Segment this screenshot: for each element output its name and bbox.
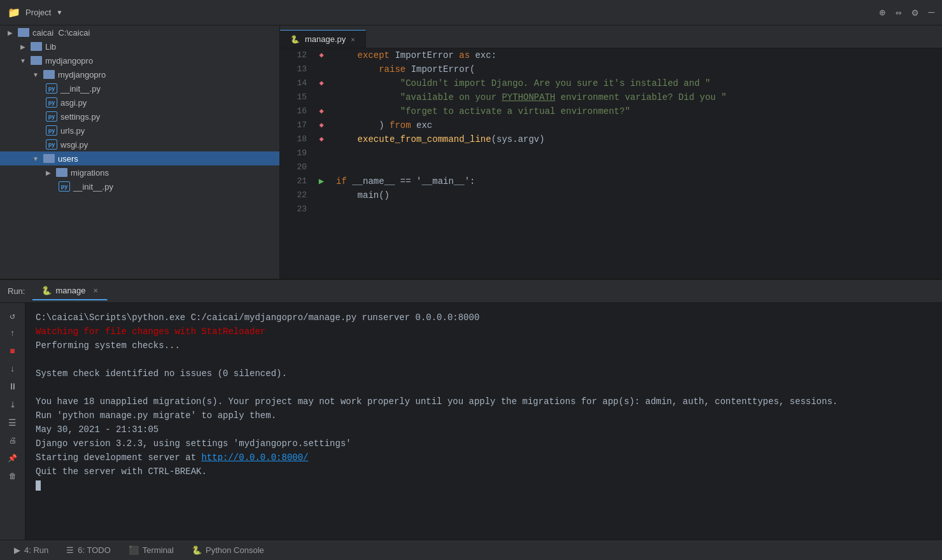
tab-manage-py[interactable]: 🐍 manage.py × [280, 30, 366, 48]
layout-button[interactable]: ☰ [5, 415, 20, 430]
term-line-1: C:\caicai\Scripts\python.exe C:/caicai/m… [36, 311, 932, 325]
tab-close-manage[interactable]: × [351, 36, 355, 43]
sidebar-item-asgi-py[interactable]: py asgi.py [0, 95, 279, 109]
editor-tabs: 🐍 manage.py × [280, 25, 942, 48]
scroll-up-button[interactable]: ↑ [5, 326, 20, 341]
dev-server-link[interactable]: http://0.0.0.0:8000/ [201, 452, 308, 463]
tab-manage-run[interactable]: 🐍 manage × [32, 282, 108, 300]
sidebar-item-caicai[interactable]: ▶ caicai C:\caicai [0, 25, 279, 39]
delete-button[interactable]: 🗑 [5, 468, 20, 484]
project-dropdown-icon[interactable]: ▼ [56, 9, 62, 16]
arrow-users: ▼ [31, 153, 41, 164]
gutter-bp-18: ◆ [312, 132, 331, 146]
terminal-tab-label: Terminal [143, 545, 174, 555]
sidebar-item-users[interactable]: ▼ users [0, 151, 279, 165]
sidebar: ▶ caicai C:\caicai ▶ Lib ▼ mydjangopro ▼ [0, 25, 280, 279]
tab-icon-manage: 🐍 [290, 35, 300, 44]
title-bar-icons: ⊕ ⇔ ⚙ — [879, 6, 934, 19]
line-numbers: 12 13 14 15 16 17 18 19 20 21 22 23 [280, 48, 312, 279]
run-label: Run: [5, 283, 27, 300]
terminal-content: C:\caicai\Scripts\python.exe C:/caicai/m… [25, 303, 942, 540]
folder-icon-migrations [56, 168, 67, 177]
gutter-13 [312, 62, 331, 76]
sidebar-item-migrations[interactable]: ▶ migrations [0, 165, 279, 179]
print-button[interactable]: 🖨 [5, 433, 20, 448]
term-line-5: You have 18 unapplied migration(s). Your… [36, 395, 932, 409]
sidebar-item-init-py[interactable]: py __init__.py [0, 81, 279, 95]
folder-icon-caicai [18, 28, 29, 37]
footer-tab-python-console[interactable]: 🐍 Python Console [183, 543, 273, 557]
code-line-19 [336, 146, 942, 160]
pin-button[interactable]: 📌 [5, 451, 20, 466]
code-line-13: raise ImportError( [336, 62, 942, 76]
pause-button[interactable]: ⏸ [5, 379, 20, 395]
sidebar-item-users-init[interactable]: py __init__.py [0, 179, 279, 193]
run-sidebar: ↺ ↑ ■ ↓ ⏸ ⤓ ☰ 🖨 📌 🗑 [0, 303, 25, 540]
arrow-lib: ▶ [18, 41, 28, 52]
bottom-panel: Run: 🐍 manage × ↺ ↑ ■ ↓ ⏸ ⤓ ☰ 🖨 📌 🗑 C:\c… [0, 279, 942, 540]
term-line-3: Performing system checks... [36, 339, 932, 353]
run-tab-icon: ▶ [14, 545, 20, 555]
code-line-21: if __name__ == '__main__': [336, 174, 942, 188]
terminal-tab-icon: ⬛ [129, 545, 139, 555]
scroll-down-button[interactable]: ↓ [5, 361, 20, 377]
folder-icon-mydjangopro-inner [43, 70, 55, 79]
manage-tab-icon: 🐍 [41, 286, 52, 295]
stop-button[interactable]: ■ [5, 344, 20, 359]
split-icon[interactable]: ⇔ [896, 6, 902, 19]
bottom-tabs: Run: 🐍 manage × [0, 280, 942, 303]
term-line-empty2 [36, 381, 932, 395]
sidebar-label-urls: urls.py [60, 126, 274, 136]
tab-label-manage: manage.py [305, 34, 346, 44]
settings-icon[interactable]: ⚙ [912, 6, 918, 19]
folder-icon-users [43, 154, 55, 163]
sidebar-item-settings-py[interactable]: py settings.py [0, 109, 279, 123]
globe-icon[interactable]: ⊕ [879, 6, 885, 19]
py-icon-init: py [46, 83, 57, 94]
py-icon-asgi: py [46, 97, 57, 108]
todo-tab-label: 6: TODO [78, 545, 111, 555]
manage-tab-label: manage [55, 286, 85, 295]
manage-tab-close[interactable]: × [93, 286, 98, 295]
sidebar-item-mydjangopro-root[interactable]: ▼ mydjangopro [0, 53, 279, 67]
scroll-end-button[interactable]: ⤓ [5, 397, 20, 412]
gutter-23 [312, 202, 331, 216]
sidebar-item-lib[interactable]: ▶ Lib [0, 39, 279, 53]
code-line-17: ) from exc [336, 118, 942, 132]
term-line-10: Quit the server with CTRL-BREAK. [36, 465, 932, 479]
gutter-bp-17: ◆ [312, 118, 331, 132]
py-icon-urls: py [46, 125, 57, 136]
sidebar-item-mydjangopro-inner[interactable]: ▼ mydjangopro [0, 67, 279, 81]
sidebar-label-wsgi: wsgi.py [60, 140, 274, 150]
folder-icon-mydjangopro-root [31, 56, 42, 65]
gutter-22 [312, 188, 331, 202]
terminal-cursor [36, 480, 41, 491]
project-label[interactable]: Project [25, 8, 51, 17]
footer-tabs: ▶ 4: Run ☰ 6: TODO ⬛ Terminal 🐍 Python C… [0, 540, 942, 560]
gutter-15 [312, 90, 331, 104]
term-cursor-line [36, 479, 932, 493]
term-line-empty1 [36, 353, 932, 367]
footer-tab-run[interactable]: ▶ 4: Run [5, 543, 57, 557]
footer-tab-todo[interactable]: ☰ 6: TODO [57, 543, 120, 557]
code-content[interactable]: except ImportError as exc: raise ImportE… [331, 48, 942, 279]
code-line-23 [336, 202, 942, 216]
sidebar-item-wsgi-py[interactable]: py wsgi.py [0, 137, 279, 151]
code-line-15: "available on your PYTHONPATH environmen… [336, 90, 942, 104]
gutter-bp-16: ◆ [312, 104, 331, 118]
sidebar-item-urls-py[interactable]: py urls.py [0, 123, 279, 137]
term-line-7: May 30, 2021 - 21:31:05 [36, 423, 932, 437]
rerun-button[interactable]: ↺ [5, 308, 20, 323]
py-icon-users-init: py [59, 181, 70, 192]
code-line-22: main() [336, 188, 942, 202]
editor-area: 🐍 manage.py × 12 13 14 15 16 17 18 19 20… [280, 25, 942, 279]
arrow-caicai: ▶ [5, 27, 15, 38]
folder-icon-lib [31, 42, 42, 51]
minimize-icon[interactable]: — [928, 7, 934, 18]
python-console-tab-label: Python Console [206, 545, 264, 555]
footer-tab-terminal[interactable]: ⬛ Terminal [120, 543, 183, 557]
code-editor: 12 13 14 15 16 17 18 19 20 21 22 23 ◆ ◆ … [280, 48, 942, 279]
arrow-mydjangopro-root: ▼ [18, 55, 28, 66]
term-line-2: Watching for file changes with StatReloa… [36, 325, 932, 339]
arrow-migrations: ▶ [43, 167, 53, 178]
